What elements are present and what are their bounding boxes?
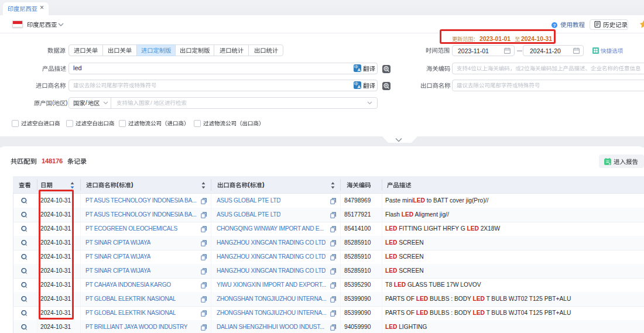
svg-text:?: ?	[553, 22, 556, 28]
svg-text:A: A	[358, 84, 361, 89]
svg-text:A: A	[358, 67, 361, 72]
